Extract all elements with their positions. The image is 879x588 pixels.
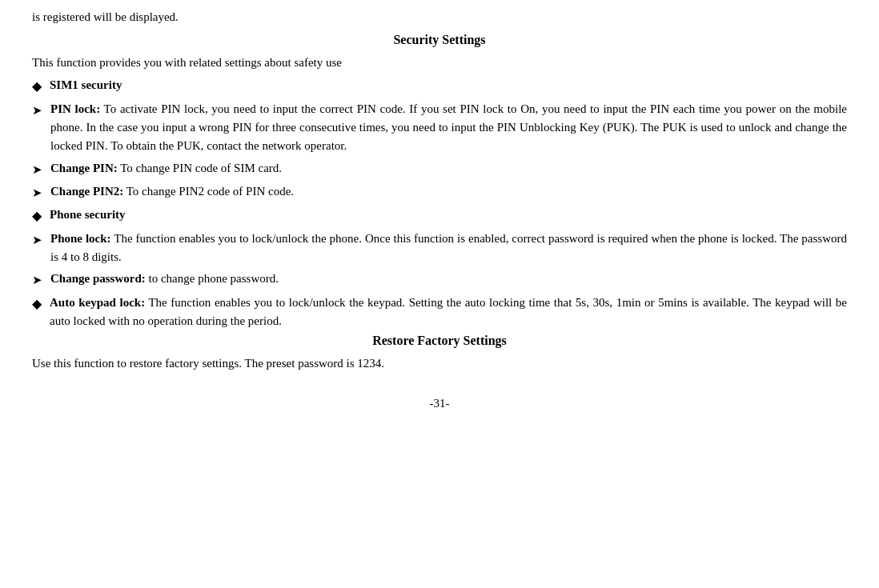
diamond-bullet-icon: ◆ [32,77,42,97]
list-item: ◆ SIM1 security [32,76,847,97]
phone-lock-content: Phone lock: The function enables you to … [50,230,847,267]
change-pin2-content: Change PIN2: To change PIN2 code of PIN … [50,182,847,201]
intro-text: is registered will be displayed. [32,8,847,26]
arrow-bullet-icon: ➤ [32,231,42,250]
list-item: ➤ Phone lock: The function enables you t… [32,230,847,267]
restore-factory-heading: Restore Factory Settings [32,334,847,348]
arrow-bullet-icon: ➤ [32,161,42,179]
sim1-security-label: SIM1 security [50,76,847,94]
pin-lock-content: PIN lock: To activate PIN lock, you need… [50,100,847,156]
list-item: ◆ Auto keypad lock: The function enables… [32,294,847,331]
arrow-bullet-icon: ➤ [32,184,42,202]
list-item: ➤ PIN lock: To activate PIN lock, you ne… [32,100,847,156]
change-pin-content: Change PIN: To change PIN code of SIM ca… [50,159,847,178]
arrow-bullet-icon: ➤ [32,102,42,120]
auto-keypad-lock-content: Auto keypad lock: The function enables y… [50,294,847,331]
diamond-bullet-icon: ◆ [32,206,42,226]
section-intro: This function provides you with related … [32,54,847,72]
list-item: ➤ Change PIN: To change PIN code of SIM … [32,159,847,179]
list-item: ➤ Change password: to change phone passw… [32,270,847,290]
page-number: -31- [430,397,450,410]
security-settings-heading: Security Settings [32,33,847,47]
list-item: ➤ Change PIN2: To change PIN2 code of PI… [32,182,847,202]
arrow-bullet-icon: ➤ [32,271,42,290]
security-items-list: ◆ SIM1 security ➤ PIN lock: To activate … [32,76,847,330]
page-footer: -31- [32,397,847,410]
phone-security-label: Phone security [50,206,847,224]
change-password-content: Change password: to change phone passwor… [50,270,847,288]
diamond-bullet-icon: ◆ [32,294,42,314]
list-item: ◆ Phone security [32,206,847,226]
restore-factory-text: Use this function to restore factory set… [32,354,847,373]
